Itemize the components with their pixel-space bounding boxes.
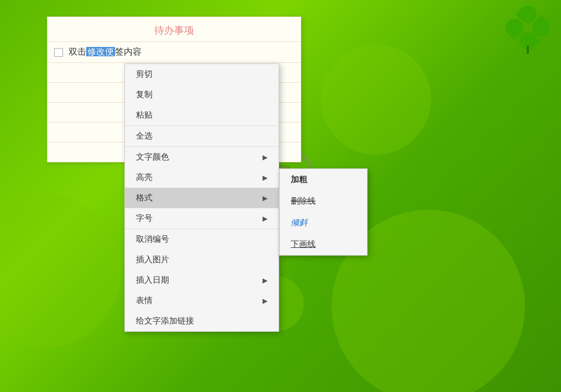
- menu-item-copy-label: 复制: [136, 89, 153, 100]
- menu-item-emoji[interactable]: 表情 ▶: [125, 290, 279, 311]
- bg-circle-2: [321, 44, 431, 155]
- menu-item-selectall-label: 全选: [136, 131, 153, 141]
- menu-item-removenumber[interactable]: 取消编号: [125, 229, 279, 250]
- todo-text-before: 双击: [69, 47, 86, 56]
- menu-item-highlight-label: 高亮: [136, 172, 153, 183]
- menu-item-fontsize-label: 字号: [136, 213, 153, 224]
- menu-item-paste[interactable]: 粘贴: [125, 105, 279, 125]
- submenu-format: 加粗 删除线 倾斜 下画线: [279, 168, 368, 256]
- clover-decoration: [506, 6, 550, 50]
- context-menu: 剪切 复制 粘贴 全选 文字颜色 ▶ 高亮 ▶ 格式 ▶ 字号 ▶ 取消编号 插…: [124, 63, 279, 332]
- menu-item-fontsize[interactable]: 字号 ▶: [125, 208, 279, 229]
- menu-item-format-arrow: ▶: [263, 194, 268, 202]
- menu-item-emoji-label: 表情: [136, 295, 153, 306]
- menu-item-cut[interactable]: 剪切: [125, 64, 279, 84]
- menu-item-textcolor-arrow: ▶: [263, 153, 268, 161]
- todo-text-highlighted: 修改便: [86, 47, 115, 56]
- menu-item-format-label: 格式: [136, 193, 153, 203]
- menu-item-insertdate-arrow: ▶: [263, 277, 268, 284]
- menu-item-textcolor-label: 文字颜色: [136, 152, 169, 162]
- menu-item-textcolor[interactable]: 文字颜色 ▶: [125, 147, 279, 167]
- menu-item-insertdate[interactable]: 插入日期 ▶: [125, 270, 279, 290]
- submenu-item-underline[interactable]: 下画线: [280, 234, 367, 255]
- menu-item-fontsize-arrow: ▶: [263, 215, 268, 223]
- submenu-item-strikethrough[interactable]: 删除线: [280, 190, 367, 212]
- submenu-item-italic[interactable]: 倾斜: [280, 212, 367, 234]
- submenu-item-bold[interactable]: 加粗: [280, 169, 367, 190]
- clover-stem: [527, 45, 529, 54]
- menu-item-insertimage[interactable]: 插入图片: [125, 250, 279, 270]
- todo-text-after: 签内容: [115, 47, 141, 56]
- menu-item-copy[interactable]: 复制: [125, 84, 279, 105]
- todo-item-1: 双击修改便签内容: [48, 41, 301, 62]
- menu-item-insertimage-label: 插入图片: [136, 255, 169, 265]
- menu-item-format[interactable]: 格式 ▶: [125, 188, 279, 208]
- menu-item-selectall[interactable]: 全选: [125, 126, 279, 146]
- todo-checkbox-1[interactable]: [54, 48, 63, 57]
- menu-item-emoji-arrow: ▶: [263, 297, 268, 305]
- menu-item-removenumber-label: 取消编号: [136, 234, 169, 245]
- menu-item-cut-label: 剪切: [136, 69, 153, 80]
- menu-item-addlink[interactable]: 给文字添加链接: [125, 311, 279, 331]
- menu-item-paste-label: 粘贴: [136, 110, 153, 120]
- todo-text-1: 双击修改便签内容: [69, 46, 141, 58]
- menu-item-addlink-label: 给文字添加链接: [136, 316, 194, 326]
- menu-item-highlight-arrow: ▶: [263, 174, 268, 182]
- menu-item-insertdate-label: 插入日期: [136, 275, 169, 285]
- menu-item-highlight[interactable]: 高亮 ▶: [125, 167, 279, 188]
- todo-title: 待办事项: [48, 17, 301, 41]
